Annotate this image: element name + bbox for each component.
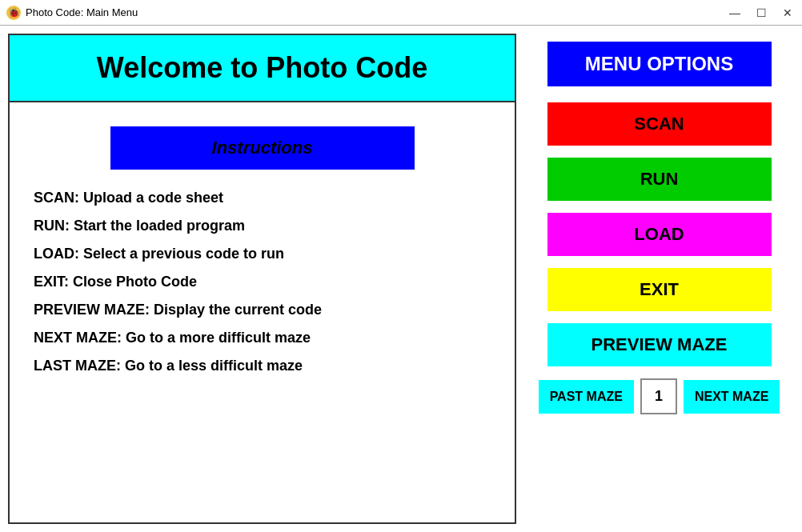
list-item: RUN: Start the loaded program <box>34 218 491 234</box>
maximize-button[interactable]: ☐ <box>753 6 770 19</box>
window-title: Photo Code: Main Menu <box>26 6 138 18</box>
scan-button[interactable]: SCAN <box>547 102 772 146</box>
title-bar: 🐞 Photo Code: Main Menu — ☐ ✕ <box>0 0 802 26</box>
welcome-header: Welcome to Photo Code <box>10 35 515 102</box>
welcome-title: Welcome to Photo Code <box>26 51 499 85</box>
list-item: PREVIEW MAZE: Display the current code <box>34 302 491 318</box>
instructions-list: SCAN: Upload a code sheet RUN: Start the… <box>34 190 491 374</box>
window-controls: — ☐ ✕ <box>726 6 796 19</box>
run-button[interactable]: RUN <box>547 158 772 201</box>
next-maze-button[interactable]: NEXT MAZE <box>684 380 780 414</box>
close-button[interactable]: ✕ <box>780 6 796 19</box>
list-item: EXIT: Close Photo Code <box>34 274 491 290</box>
maze-counter: 1 <box>640 378 677 414</box>
minimize-button[interactable]: — <box>726 6 744 19</box>
right-panel: MENU OPTIONS SCAN RUN LOAD EXIT PREVIEW … <box>516 26 802 532</box>
left-body: Instructions SCAN: Upload a code sheet R… <box>10 102 515 390</box>
list-item: LAST MAZE: Go to a less difficult maze <box>34 358 491 374</box>
menu-options-header: MENU OPTIONS <box>547 42 772 86</box>
preview-maze-button[interactable]: PREVIEW MAZE <box>547 323 772 366</box>
list-item: NEXT MAZE: Go to a more difficult maze <box>34 330 491 346</box>
list-item: LOAD: Select a previous code to run <box>34 246 491 262</box>
maze-nav-row: PAST MAZE 1 NEXT MAZE <box>539 378 780 414</box>
app-icon: 🐞 <box>6 6 21 20</box>
instructions-button[interactable]: Instructions <box>110 126 415 170</box>
left-panel: Welcome to Photo Code Instructions SCAN:… <box>8 34 516 524</box>
title-bar-left: 🐞 Photo Code: Main Menu <box>6 6 138 20</box>
load-button[interactable]: LOAD <box>547 213 772 256</box>
main-content: Welcome to Photo Code Instructions SCAN:… <box>0 26 802 532</box>
past-maze-button[interactable]: PAST MAZE <box>539 380 634 414</box>
list-item: SCAN: Upload a code sheet <box>34 190 491 206</box>
exit-button[interactable]: EXIT <box>547 268 772 311</box>
